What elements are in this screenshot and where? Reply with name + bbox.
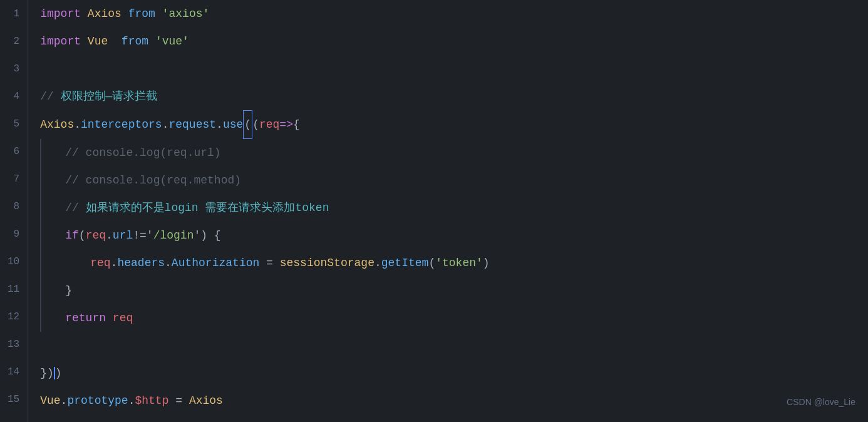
code-line-2: import Vue from 'vue' <box>40 28 868 55</box>
token: . <box>111 249 118 277</box>
token: if <box>65 222 79 249</box>
token: url <box>113 222 133 249</box>
token: getItem <box>381 249 429 277</box>
token: => <box>279 111 293 138</box>
token: import <box>40 0 88 28</box>
line-num-2: 2 <box>8 28 19 55</box>
token: ') { <box>194 222 220 249</box>
code-line-7: // console.log(req.method) <box>40 167 868 194</box>
token: from <box>121 28 148 55</box>
token: Axios <box>189 387 223 414</box>
code-line-3 <box>40 55 868 83</box>
code-line-1: import Axios from 'axios' <box>40 0 868 28</box>
code-editor: 1 2 3 4 5 6 7 8 9 10 11 12 13 14 15 impo… <box>0 0 868 422</box>
code-line-15: Vue.prototype.$http = Axios <box>40 387 868 414</box>
token: ( <box>252 111 259 138</box>
token: // console.log(req.url) <box>65 139 220 167</box>
token: from <box>128 0 155 28</box>
line-num-6: 6 <box>8 138 19 165</box>
line-num-3: 3 <box>8 55 19 83</box>
code-line-11: } <box>40 277 868 304</box>
token: ( <box>79 222 86 249</box>
token: . <box>165 249 172 277</box>
token: use <box>223 111 243 138</box>
code-line-8: // 如果请求的不是login 需要在请求头添加token <box>40 194 868 222</box>
token: . <box>216 111 223 138</box>
token: 'vue' <box>155 28 189 55</box>
token: import <box>40 28 88 55</box>
token: ) <box>55 359 62 387</box>
line-numbers: 1 2 3 4 5 6 7 8 9 10 11 12 13 14 15 <box>0 0 28 422</box>
line-num-8: 8 <box>8 193 19 220</box>
token: = <box>168 387 189 414</box>
token <box>155 0 162 28</box>
line-num-5: 5 <box>8 110 19 138</box>
code-line-14: })) <box>40 359 868 387</box>
line-num-7: 7 <box>8 165 19 193</box>
token: interceptors <box>81 111 162 138</box>
line-num-14: 14 <box>8 358 19 386</box>
token: ) <box>483 249 490 277</box>
line-num-12: 12 <box>8 303 19 331</box>
line-num-1: 1 <box>8 0 19 28</box>
token: Axios <box>40 111 74 138</box>
token: Authorization <box>172 249 259 277</box>
line-num-4: 4 <box>8 83 19 110</box>
token: req <box>86 222 106 249</box>
token: req <box>90 249 110 277</box>
token: Axios <box>88 0 121 28</box>
token: ( <box>243 110 252 139</box>
watermark: CSDN @love_Lie <box>787 388 855 416</box>
token <box>148 28 155 55</box>
token: return <box>65 304 113 332</box>
token: } <box>65 277 72 304</box>
token: 'axios' <box>162 0 210 28</box>
token: /login <box>153 222 194 249</box>
code-line-6: // console.log(req.url) <box>40 139 868 167</box>
token: . <box>375 249 381 277</box>
token: = <box>259 249 279 277</box>
token: . <box>61 387 68 414</box>
token: !=' <box>133 222 153 249</box>
code-line-12: return req <box>40 304 868 332</box>
token: { <box>293 111 300 138</box>
token: . <box>106 222 113 249</box>
token: . <box>74 111 81 138</box>
token: // console.log(req.method) <box>65 167 241 194</box>
token: sessionStorage <box>280 249 375 277</box>
token: . <box>128 387 135 414</box>
token: . <box>162 111 169 138</box>
token: ( <box>428 249 435 277</box>
token: // <box>65 194 85 222</box>
code-area[interactable]: import Axios from 'axios' import Vue fro… <box>28 0 868 422</box>
line-num-11: 11 <box>8 275 19 303</box>
token: 权限控制—请求拦截 <box>61 83 158 110</box>
token: }) <box>40 359 54 387</box>
code-line-13 <box>40 332 868 359</box>
token: $http <box>135 387 168 414</box>
line-num-9: 9 <box>8 220 19 248</box>
token: Vue <box>88 28 108 55</box>
token: // <box>40 83 60 110</box>
line-num-13: 13 <box>8 331 19 358</box>
token: 如果请求的不是login 需要在请求头添加token <box>86 194 329 222</box>
token: 'token' <box>435 249 483 277</box>
code-line-4: // 权限控制—请求拦截 <box>40 83 868 110</box>
token: req <box>259 111 279 138</box>
token: request <box>168 111 216 138</box>
code-line-9: if(req.url!='/login') { <box>40 222 868 249</box>
token <box>108 28 121 55</box>
code-line-10: req.headers.Authorization = sessionStora… <box>40 249 868 277</box>
token <box>121 0 128 28</box>
token: prototype <box>67 387 128 414</box>
line-num-10: 10 <box>8 248 19 275</box>
token: headers <box>117 249 165 277</box>
token: req <box>113 304 133 332</box>
token: Vue <box>40 387 60 414</box>
code-line-5: Axios.interceptors.request.use((req=>{ <box>40 110 868 139</box>
line-num-15: 15 <box>8 386 19 413</box>
